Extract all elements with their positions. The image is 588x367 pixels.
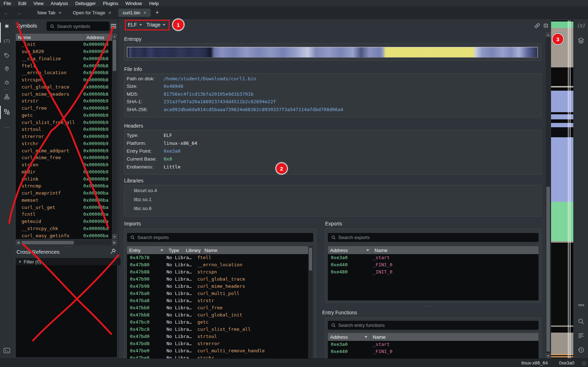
import-row[interactable]: 0x47bc0 No Libra… getc <box>127 319 308 326</box>
symbol-row[interactable]: unlink 0x00000b9 <box>16 175 112 182</box>
tab-new-tab[interactable]: New Tab × <box>33 9 66 17</box>
import-row[interactable]: 0x47be0 No Libra… curl_multi_remove_hand… <box>127 347 308 354</box>
resize-grip[interactable] <box>582 361 586 366</box>
symbol-row[interactable]: sub_b020 0x00000b0 <box>16 48 112 55</box>
symbol-row[interactable]: curl_mime_free 0x00000b9 <box>16 154 112 161</box>
import-row[interactable]: 0x47ba0 No Libra… curl_multi_poll <box>127 290 308 297</box>
symbol-row[interactable]: __cxa_finalize 0x00000b8 <box>16 55 112 62</box>
symbol-row[interactable]: curl_free 0x00000b9 <box>16 105 112 112</box>
variables-fx-icon[interactable]: (x) <box>577 22 585 29</box>
import-row[interactable]: 0x47b90 No Libra… curl_global_trace <box>127 276 308 283</box>
swap-view-sidebar-icon[interactable] <box>3 108 10 115</box>
symbol-row[interactable]: _init 0x00000b0 <box>16 41 112 48</box>
imports-vscrollbar[interactable] <box>308 246 313 358</box>
import-row[interactable]: 0x47ba8 No Libra… strstr <box>127 297 308 304</box>
import-row[interactable]: 0x47bd0 No Libra… strtoul <box>127 333 308 340</box>
column-header-name[interactable]: Name <box>372 246 538 254</box>
import-row[interactable]: 0x47b88 No Libra… strcspn <box>127 268 308 276</box>
symbol-row[interactable]: strchr 0x00000b9 <box>16 140 112 147</box>
scroll-right-icon[interactable]: ▶ <box>112 240 117 245</box>
menu-item[interactable]: Debugger <box>72 1 99 6</box>
export-row[interactable]: 0xe440 _FINI_0 <box>328 261 538 268</box>
search-entry-functions-input[interactable]: Search entry functions <box>328 321 538 330</box>
symbol-row[interactable]: strstr 0x00000b9 <box>16 97 112 105</box>
binary-type-dropdown[interactable]: ELF <box>128 22 142 28</box>
terminal-icon[interactable] <box>3 347 10 354</box>
symbol-row[interactable]: __errno_location 0x00000b8 <box>16 69 112 76</box>
search-exports-input[interactable]: Search exports <box>328 233 538 242</box>
symbol-row[interactable]: mkdir 0x00000b9 <box>16 168 112 176</box>
column-header-address[interactable]: Address <box>84 34 112 41</box>
more-panels-ellipsis-icon[interactable]: … <box>3 123 10 130</box>
panel-splitter-handle[interactable]: ······ <box>64 246 73 247</box>
symbols-sidebar-icon[interactable] <box>3 23 10 30</box>
symbol-row[interactable]: ftell 0x00000b8 <box>16 62 112 69</box>
search-icon[interactable] <box>577 317 585 325</box>
import-row[interactable]: 0x47b98 No Libra… curl_mime_headers <box>127 283 308 290</box>
symbol-row[interactable]: curl_slist_free_all 0x00000b9 <box>16 119 112 126</box>
menu-item[interactable]: Window <box>122 1 145 6</box>
symbol-row[interactable]: curl_mime_headers 0x00000b8 <box>16 90 112 97</box>
search-symbols-input[interactable]: Search symbols <box>47 22 109 31</box>
scrollbar-thumb[interactable] <box>309 248 312 271</box>
symbol-row[interactable]: curl_mime_addpart 0x00000b9 <box>16 147 112 154</box>
map-pin-sidebar-icon[interactable] <box>3 65 10 72</box>
main-vscrollbar[interactable]: ▲ ▼ <box>546 32 551 358</box>
new-tab-button[interactable]: + <box>152 9 163 16</box>
column-header-name[interactable]: Name <box>202 246 308 254</box>
search-imports-input[interactable]: Search imports <box>127 233 313 242</box>
column-header-library[interactable]: Library <box>184 246 202 254</box>
import-row[interactable]: 0x47bb0 No Libra… curl_free <box>127 304 308 311</box>
menu-item[interactable]: Edit <box>15 1 30 6</box>
debugger-bug-sidebar-icon[interactable] <box>3 79 10 86</box>
strings-quotes-icon[interactable]: ”” <box>577 303 585 311</box>
symbols-menu-hamburger-icon[interactable] <box>111 23 116 29</box>
symbols-vscrollbar[interactable]: ▲ ▼ <box>112 34 117 239</box>
library-item[interactable]: libc.so.6 <box>134 206 157 215</box>
import-row[interactable]: 0x47b78 No Libra… ftell <box>127 254 308 261</box>
entropy-bar[interactable] <box>127 47 538 58</box>
tab-open-for-triage[interactable]: Open for Triage × <box>69 9 116 17</box>
xref-filter-row[interactable]: Filter (0) <box>16 258 121 265</box>
tab-curl1-bin[interactable]: curl1.bin × <box>118 9 151 17</box>
scroll-up-icon[interactable]: ▲ <box>546 32 551 37</box>
close-icon[interactable]: × <box>58 10 61 15</box>
symbol-row[interactable]: getc 0x00000b9 <box>16 112 112 119</box>
column-header-name[interactable]: Name <box>16 34 84 41</box>
symbol-row[interactable]: curl_url_get 0x00000ba <box>16 204 112 211</box>
export-row[interactable]: 0xe480 _INIT_0 <box>328 268 538 276</box>
nav-back-icon[interactable]: ← <box>0 10 13 16</box>
history-clock-icon[interactable] <box>577 346 585 354</box>
panel-splitter-handle[interactable]: ······ <box>424 306 433 307</box>
close-icon[interactable]: × <box>108 10 111 15</box>
import-row[interactable]: 0x47bd8 No Libra… strerror <box>127 340 308 347</box>
scrollbar-thumb[interactable] <box>22 241 74 244</box>
symbol-row[interactable]: __strncpy_chk 0x00000ba <box>16 225 112 232</box>
symbol-row[interactable]: fcntl 0x00000ba <box>16 211 112 218</box>
xref-empty-list[interactable] <box>16 265 117 357</box>
view-type-dropdown[interactable]: Triage <box>146 22 165 28</box>
column-header-entry[interactable]: Entry <box>127 246 166 254</box>
column-header-address[interactable]: Address <box>328 246 372 254</box>
library-item[interactable]: libz.so.1 <box>134 197 157 206</box>
scrollbar-thumb[interactable] <box>546 187 550 352</box>
menu-item[interactable]: Plugins <box>99 1 122 6</box>
scroll-left-icon[interactable]: ◀ <box>16 240 21 245</box>
pin-icon[interactable] <box>110 248 116 254</box>
column-header-name[interactable]: Name <box>370 333 538 341</box>
column-header-type[interactable]: Type <box>166 246 184 254</box>
tags-sidebar-icon[interactable] <box>3 52 10 59</box>
menu-item[interactable]: Help <box>146 1 163 6</box>
types-sidebar-icon[interactable]: {T} <box>3 37 10 44</box>
scrollbar-thumb[interactable] <box>113 39 116 71</box>
graph-hierarchy-sidebar-icon[interactable] <box>3 93 10 100</box>
nav-forward-icon[interactable]: → <box>13 10 25 16</box>
symbol-row[interactable]: memset 0x00000ba <box>16 197 112 204</box>
symbol-row[interactable]: strerror 0x00000b9 <box>16 133 112 140</box>
import-row[interactable]: 0x47b80 No Libra… __errno_location <box>127 261 308 268</box>
export-row[interactable]: 0xe3a0 _start <box>328 254 538 261</box>
layers-stack-icon[interactable] <box>577 37 585 44</box>
log-lines-icon[interactable] <box>577 332 585 339</box>
menu-item[interactable]: Analysis <box>47 1 71 6</box>
symbol-row[interactable]: strcspn 0x00000b8 <box>16 76 112 84</box>
